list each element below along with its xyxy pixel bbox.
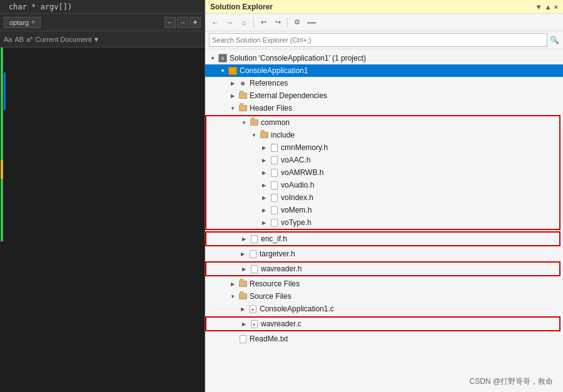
tree-item-voaac[interactable]: ▶ voAAC.h	[206, 154, 559, 166]
nav-forward-btn[interactable]: →	[177, 17, 188, 28]
highlight-encif: ▶ enc_if.h	[205, 231, 560, 246]
tree-item-consoleapp[interactable]: ▶ ✦ ConsoleApplication1.c	[205, 303, 563, 315]
toolbar-item-aa[interactable]: Aa	[4, 36, 12, 43]
consoleapp-expand-icon[interactable]: ▶	[238, 303, 248, 315]
tree-item-wavreaderc[interactable]: ▶ ✦ wavreader.c	[206, 318, 559, 330]
separator-1	[253, 18, 254, 28]
se-search-row: 🔍	[205, 31, 563, 49]
voindex-expand-icon[interactable]: ▶	[259, 191, 269, 204]
solution-explorer-panel: Solution Explorer ▼ ▲ × ← → ⌂ ↩ ↪ ⚙ — 🔍 …	[205, 0, 563, 392]
se-btn-forward[interactable]: →	[223, 16, 236, 29]
consoleapp-label: ConsoleApplication1.c	[260, 304, 334, 313]
targetver-file-icon	[248, 249, 258, 259]
se-btn-settings[interactable]: ⚙	[291, 16, 303, 29]
se-search-box[interactable]	[209, 33, 547, 47]
se-pin-btn[interactable]: ▼	[535, 3, 542, 11]
tree-item-cmnmemory[interactable]: ▶ cmnMemory.h	[206, 141, 559, 154]
tree-item-header-files[interactable]: ▼ Header Files	[205, 102, 563, 114]
search-tab[interactable]: optarg ×	[4, 17, 41, 28]
solution-icon: S	[218, 53, 228, 63]
left-panel: char * argv[]) optarg × ← → + Aa AB a* C…	[0, 0, 205, 392]
se-header: Solution Explorer ▼ ▲ ×	[205, 0, 563, 14]
voamrwb-expand-icon[interactable]: ▶	[259, 166, 269, 179]
encif-label: enc_if.h	[261, 234, 287, 243]
se-toolbar: ← → ⌂ ↩ ↪ ⚙ —	[205, 14, 563, 31]
readme-expand-icon: ▶	[228, 333, 238, 345]
vomem-expand-icon[interactable]: ▶	[259, 204, 269, 216]
tree-item-solution[interactable]: ▼ S Solution 'ConsoleApplication1' (1 pr…	[205, 52, 563, 64]
tree-item-targetver[interactable]: ▶ targetver.h	[205, 248, 563, 260]
toolbar-item-ab[interactable]: AB	[14, 36, 24, 43]
tree-item-references[interactable]: ▶ ■ References	[205, 77, 563, 89]
doc-label: Current Document	[36, 36, 92, 43]
tree-item-common[interactable]: ▼ common	[206, 116, 559, 129]
cmnmemory-expand-icon[interactable]: ▶	[259, 141, 269, 154]
tree-item-include[interactable]: ▼ include	[206, 129, 559, 141]
tree-item-external-deps[interactable]: ▶ External Dependencies	[205, 89, 563, 102]
se-search-input[interactable]	[212, 36, 544, 44]
se-header-controls: ▼ ▲ ×	[535, 3, 558, 11]
cmnmemory-label: cmnMemory.h	[281, 143, 328, 152]
wavreaderc-label: wavreader.c	[261, 319, 302, 328]
consoleapp-file-icon: ✦	[248, 304, 258, 314]
readme-label: ReadMe.txt	[250, 334, 288, 343]
header-files-expand-icon[interactable]: ▼	[228, 102, 238, 114]
encif-expand-icon[interactable]: ▶	[239, 233, 249, 245]
tree-item-source-files[interactable]: ▼ Source Files	[205, 290, 563, 303]
toolbar-item-doc[interactable]: Current Document ▼	[36, 36, 100, 43]
toolbar-item-regex[interactable]: a*	[26, 36, 33, 43]
tree-item-readme[interactable]: ▶ ReadMe.txt	[205, 333, 563, 345]
references-expand-icon[interactable]: ▶	[228, 77, 238, 89]
doc-dropdown-icon[interactable]: ▼	[93, 36, 99, 43]
tree-item-vomem[interactable]: ▶ voMem.h	[206, 204, 559, 216]
nav-back-btn[interactable]: ←	[165, 17, 176, 28]
references-icon: ■	[238, 78, 248, 88]
se-btn-redo[interactable]: ↪	[271, 16, 284, 29]
voindex-file-icon	[269, 193, 279, 203]
votype-expand-icon[interactable]: ▶	[259, 216, 269, 229]
tree-item-voindex[interactable]: ▶ voIndex.h	[206, 191, 559, 204]
common-expand-icon[interactable]: ▼	[239, 116, 249, 129]
tree-item-resource-files[interactable]: ▶ Resource Files	[205, 278, 563, 290]
ext-deps-expand-icon[interactable]: ▶	[228, 89, 238, 102]
tree-item-wavreaderh[interactable]: ▶ wavreader.h	[206, 263, 559, 275]
resource-files-expand-icon[interactable]: ▶	[228, 278, 238, 290]
voaac-expand-icon[interactable]: ▶	[259, 154, 269, 166]
se-close-btn[interactable]: ×	[554, 3, 558, 11]
vomem-label: voMem.h	[281, 206, 312, 214]
tree-item-voamrwb[interactable]: ▶ voAMRWB.h	[206, 166, 559, 179]
highlight-wavreaderh: ▶ wavreader.h	[205, 261, 560, 276]
tree-item-encif[interactable]: ▶ enc_if.h	[206, 233, 559, 245]
tree-item-votype[interactable]: ▶ voType.h	[206, 216, 559, 229]
se-tree: ▼ S Solution 'ConsoleApplication1' (1 pr…	[205, 49, 563, 348]
header-files-folder-icon	[238, 103, 248, 113]
targetver-expand-icon[interactable]: ▶	[238, 248, 248, 260]
search-tab-close[interactable]: ×	[31, 19, 35, 26]
include-label: include	[271, 131, 295, 139]
solution-expand-icon[interactable]: ▼	[208, 52, 218, 64]
voaudio-expand-icon[interactable]: ▶	[259, 179, 269, 191]
wavreaderh-label: wavreader.h	[261, 264, 302, 273]
wavreaderh-expand-icon[interactable]: ▶	[239, 263, 249, 275]
tree-item-voaudio[interactable]: ▶ voAudio.h	[206, 179, 559, 191]
highlight-wavreaderc: ▶ ✦ wavreader.c	[205, 316, 560, 331]
voamrwb-file-icon	[269, 168, 279, 178]
cmnmemory-file-icon	[269, 143, 279, 153]
project-expand-icon[interactable]: ▼	[218, 64, 228, 77]
se-btn-back[interactable]: ←	[209, 16, 221, 29]
se-dock-btn[interactable]: ▲	[545, 3, 552, 11]
se-btn-home[interactable]: ⌂	[238, 16, 250, 29]
include-expand-icon[interactable]: ▼	[249, 129, 259, 141]
voamrwb-label: voAMRWB.h	[281, 168, 323, 177]
solution-label: Solution 'ConsoleApplication1' (1 projec…	[230, 54, 366, 63]
source-files-expand-icon[interactable]: ▼	[228, 290, 238, 303]
se-btn-undo[interactable]: ↩	[257, 16, 270, 29]
add-search-btn[interactable]: +	[190, 17, 201, 28]
se-btn-collapse[interactable]: —	[305, 16, 318, 29]
code-content	[6, 48, 205, 392]
separator-2	[287, 18, 288, 28]
ext-deps-label: External Dependencies	[250, 91, 327, 100]
tree-item-project[interactable]: ▼ ConsoleApplication1	[205, 64, 563, 77]
wavreaderc-expand-icon[interactable]: ▶	[239, 318, 249, 330]
targetver-label: targetver.h	[260, 249, 295, 258]
